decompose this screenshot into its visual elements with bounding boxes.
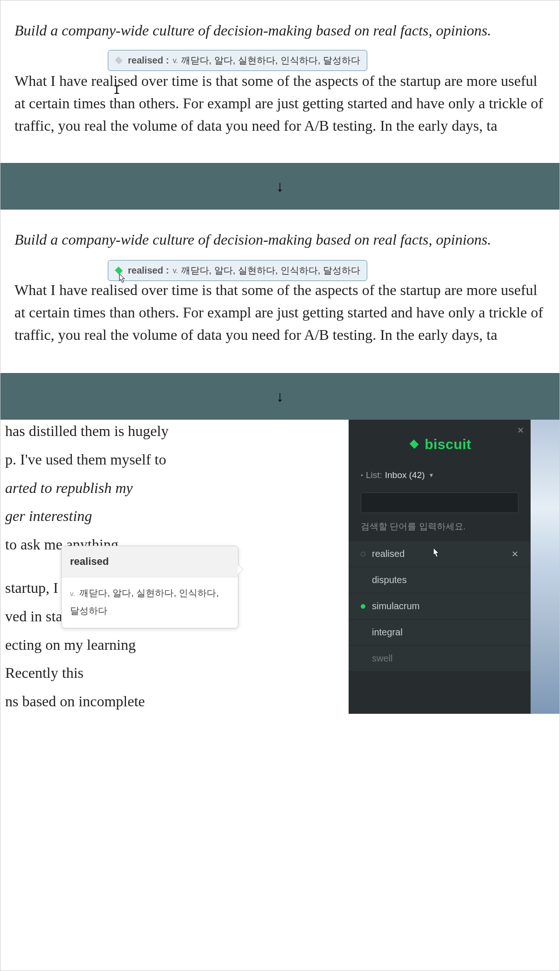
tooltip-colon: : <box>166 55 169 66</box>
article-line: ns based on incomplete <box>0 687 349 714</box>
background-strip <box>531 420 560 714</box>
brand: biscuit <box>349 436 531 452</box>
text-cursor-icon: 𝙸 <box>113 84 120 97</box>
close-icon[interactable]: ✕ <box>517 425 524 436</box>
word-text: disputes <box>372 575 511 585</box>
list-value: Inbox (42) <box>385 470 425 480</box>
word-text: swell <box>372 653 511 664</box>
article-line: arted to republish my <box>0 474 349 502</box>
status-dot-icon <box>361 578 365 583</box>
search-input[interactable] <box>361 493 518 513</box>
article-line: ger interesting <box>0 502 349 530</box>
search-hint: 검색할 단어를 입력하세요. <box>349 517 531 541</box>
brand-name: biscuit <box>425 436 471 452</box>
intro-text-1: Build a company-wide culture of decision… <box>14 19 546 42</box>
intro-text-2: Build a company-wide culture of decision… <box>14 228 546 251</box>
tooltip-word: realised <box>128 55 163 66</box>
pointer-cursor-icon <box>116 273 126 288</box>
separator-band-1: ↓ <box>0 163 560 210</box>
word-item-disputes[interactable]: disputes ✕ <box>349 567 531 593</box>
separator-band-2: ↓ <box>0 373 560 420</box>
word-text: realised <box>372 549 511 559</box>
arrow-down-icon: ↓ <box>276 388 284 405</box>
chevron-down-icon: ▼ <box>428 472 434 478</box>
popover-pos: v. <box>70 590 75 598</box>
article-line: p. I've used them myself to <box>0 445 349 474</box>
status-dot-icon <box>361 656 365 661</box>
article-line: has distilled them is hugely <box>0 420 349 445</box>
word-item-realised[interactable]: realised ✕ <box>349 541 531 567</box>
remove-icon[interactable]: ✕ <box>511 549 518 559</box>
bullet-icon: • <box>361 471 363 479</box>
bottom-section: has distilled them is hugely p. I've use… <box>0 420 560 714</box>
tooltip-word: realised <box>128 265 163 276</box>
status-dot-icon <box>361 552 365 556</box>
word-item-swell[interactable]: swell ✕ <box>349 646 531 672</box>
tooltip-definition: 깨닫다, 알다, 실현하다, 인식하다, 달성하다 <box>181 54 360 67</box>
status-dot-icon <box>361 604 365 609</box>
body-text-2: What I have realised over time is that s… <box>14 279 546 346</box>
biscuit-logo-icon <box>408 438 421 451</box>
tooltip-pos: v. <box>173 267 178 275</box>
word-text: simulacrum <box>372 601 511 612</box>
tag-icon <box>113 55 125 67</box>
word-text: integral <box>372 627 511 638</box>
popover-body: v. 깨닫다, 알다, 실현하다, 인식하다, 달성하다 <box>62 577 238 628</box>
article-panel-2: Build a company-wide culture of decision… <box>0 210 560 373</box>
article-line: ecting on my learning <box>0 631 349 659</box>
tooltip-colon: : <box>166 265 169 276</box>
dictionary-tooltip-2[interactable]: realised : v. 깨닫다, 알다, 실현하다, 인식하다, 달성하다 <box>108 260 367 281</box>
arrow-cursor-icon <box>433 548 440 560</box>
popover-definition: 깨닫다, 알다, 실현하다, 인식하다, 달성하다 <box>70 588 219 616</box>
list-label: List: <box>366 470 382 480</box>
word-item-integral[interactable]: integral ✕ <box>349 619 531 646</box>
body-text-1: What I have realised over time is that s… <box>14 70 546 137</box>
status-dot-icon <box>361 630 365 635</box>
left-article-panel: has distilled them is hugely p. I've use… <box>0 420 349 714</box>
article-panel-1: Build a company-wide culture of decision… <box>0 0 560 163</box>
dictionary-tooltip-1[interactable]: realised : v. 깨닫다, 알다, 실현하다, 인식하다, 달성하다 <box>108 50 367 71</box>
word-list: realised ✕ disputes ✕ simulacrum ✕ integ… <box>349 541 531 672</box>
tooltip-pos: v. <box>173 56 178 65</box>
popover-word: realised <box>62 546 238 577</box>
list-selector[interactable]: • List: Inbox (42) ▼ <box>349 466 531 484</box>
definition-popover[interactable]: realised v. 깨닫다, 알다, 실현하다, 인식하다, 달성하다 <box>61 546 238 628</box>
article-line: Recently this <box>0 659 349 687</box>
tooltip-definition: 깨닫다, 알다, 실현하다, 인식하다, 달성하다 <box>181 264 360 277</box>
sidebar-panel: ✕ biscuit • List: Inbox (42) ▼ 검색할 단어를 입… <box>349 420 531 714</box>
word-item-simulacrum[interactable]: simulacrum ✕ <box>349 593 531 619</box>
popover-tail <box>238 565 243 574</box>
arrow-down-icon: ↓ <box>276 178 284 195</box>
